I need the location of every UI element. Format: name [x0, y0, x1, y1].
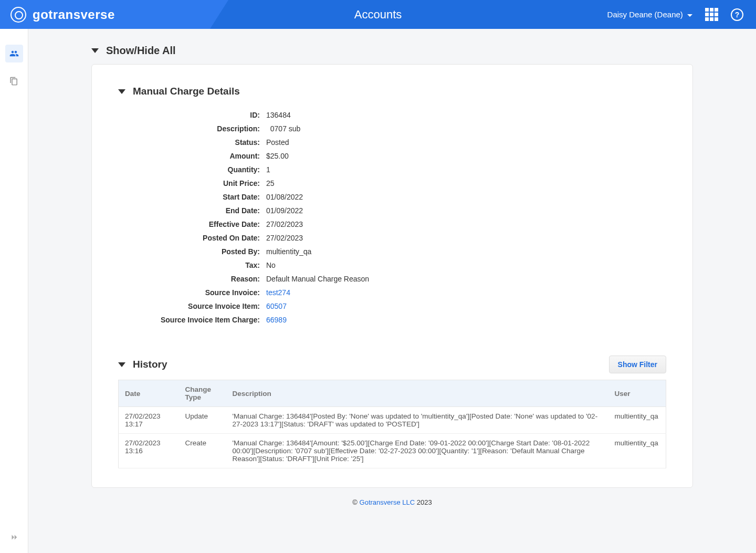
main-content: Show/Hide All Manual Charge Details ID:1…: [28, 29, 756, 553]
detail-value: 136484: [266, 111, 666, 119]
details-section-title: Manual Charge Details: [133, 86, 240, 97]
detail-label: Source Invoice:: [129, 288, 260, 297]
details-card: Manual Charge Details ID:136484Descripti…: [91, 64, 693, 488]
help-icon[interactable]: ?: [731, 8, 743, 21]
header-left: gotransverse: [0, 0, 210, 29]
detail-value: multientity_qa: [266, 247, 666, 256]
detail-label: Amount:: [129, 152, 260, 160]
detail-label: Source Invoice Item Charge:: [129, 316, 260, 324]
details-grid: ID:136484Description: 0707 subStatus:Pos…: [129, 111, 666, 324]
sidebar-item-copy[interactable]: [5, 72, 23, 90]
detail-value: 1: [266, 165, 666, 174]
detail-label: Unit Price:: [129, 179, 260, 187]
brand-logo-icon: [10, 7, 26, 23]
detail-label: Description:: [129, 124, 260, 133]
app-header: gotransverse Accounts Daisy Deane (Deane…: [0, 0, 756, 29]
cell-desc: 'Manual Charge: 136484'[Posted By: 'None…: [226, 407, 608, 434]
detail-value-link[interactable]: test274: [266, 288, 666, 297]
cell-type: Create: [179, 434, 226, 468]
history-section-title: History: [133, 359, 167, 370]
detail-value: 01/09/2022: [266, 206, 666, 215]
history-section-toggle[interactable]: History: [118, 359, 167, 370]
details-section-toggle[interactable]: Manual Charge Details: [118, 86, 666, 97]
detail-value: 0707 sub: [266, 124, 666, 133]
caret-down-icon: [118, 362, 125, 367]
history-table: Date Change Type Description User 27/02/…: [118, 380, 666, 468]
caret-down-icon: [91, 48, 99, 53]
show-filter-button[interactable]: Show Filter: [609, 356, 666, 373]
col-user[interactable]: User: [608, 380, 666, 407]
detail-label: Reason:: [129, 275, 260, 283]
footer-year: 2023: [417, 498, 432, 506]
cell-user: multientity_qa: [608, 407, 666, 434]
detail-value: Default Manual Charge Reason: [266, 275, 666, 283]
detail-value: 01/08/2022: [266, 193, 666, 201]
history-header-row: History Show Filter: [118, 356, 666, 373]
users-icon: [9, 49, 19, 58]
detail-label: Effective Date:: [129, 220, 260, 228]
history-header-row: Date Change Type Description User: [119, 380, 666, 407]
caret-down-icon: [118, 89, 125, 94]
detail-label: Start Date:: [129, 193, 260, 201]
chevrons-right-icon: [9, 533, 19, 542]
table-row: 27/02/2023 13:16Create'Manual Charge: 13…: [119, 434, 666, 468]
table-row: 27/02/2023 13:17Update'Manual Charge: 13…: [119, 407, 666, 434]
footer: © Gotransverse LLC 2023: [91, 488, 693, 506]
detail-label: Posted On Date:: [129, 234, 260, 242]
sidebar-item-accounts[interactable]: [5, 45, 23, 62]
apps-grid-icon[interactable]: [705, 8, 718, 21]
detail-label: End Date:: [129, 206, 260, 215]
chevron-down-icon: [687, 14, 692, 17]
detail-value: No: [266, 261, 666, 269]
detail-label: Status:: [129, 138, 260, 147]
detail-value: 25: [266, 179, 666, 187]
detail-label: Tax:: [129, 261, 260, 269]
col-date[interactable]: Date: [119, 380, 179, 407]
detail-value: Posted: [266, 138, 666, 147]
detail-value: 27/02/2023: [266, 220, 666, 228]
page-title: Accounts: [354, 8, 402, 22]
header-right: Daisy Deane (Deane) ?: [607, 8, 756, 21]
detail-value-link[interactable]: 60507: [266, 302, 666, 310]
showhide-toggle[interactable]: Show/Hide All: [91, 45, 693, 57]
detail-value: 27/02/2023: [266, 234, 666, 242]
col-type[interactable]: Change Type: [179, 380, 226, 407]
user-label: Daisy Deane (Deane): [607, 10, 683, 19]
showhide-title: Show/Hide All: [106, 45, 176, 57]
footer-company-link[interactable]: Gotransverse LLC: [360, 498, 415, 506]
detail-label: ID:: [129, 111, 260, 119]
sidebar-expand[interactable]: [9, 533, 19, 544]
cell-date: 27/02/2023 13:16: [119, 434, 179, 468]
detail-label: Quantity:: [129, 165, 260, 174]
cell-user: multientity_qa: [608, 434, 666, 468]
brand-text: gotransverse: [33, 7, 115, 22]
detail-value: $25.00: [266, 152, 666, 160]
user-menu[interactable]: Daisy Deane (Deane): [607, 10, 692, 19]
sidebar: [0, 29, 28, 553]
footer-copyright: ©: [352, 498, 358, 506]
col-desc[interactable]: Description: [226, 380, 608, 407]
detail-label: Posted By:: [129, 247, 260, 256]
cell-type: Update: [179, 407, 226, 434]
detail-value-link[interactable]: 66989: [266, 316, 666, 324]
copy-icon: [9, 77, 18, 86]
detail-label: Source Invoice Item:: [129, 302, 260, 310]
cell-desc: 'Manual Charge: 136484'[Amount: '$25.00'…: [226, 434, 608, 468]
cell-date: 27/02/2023 13:17: [119, 407, 179, 434]
